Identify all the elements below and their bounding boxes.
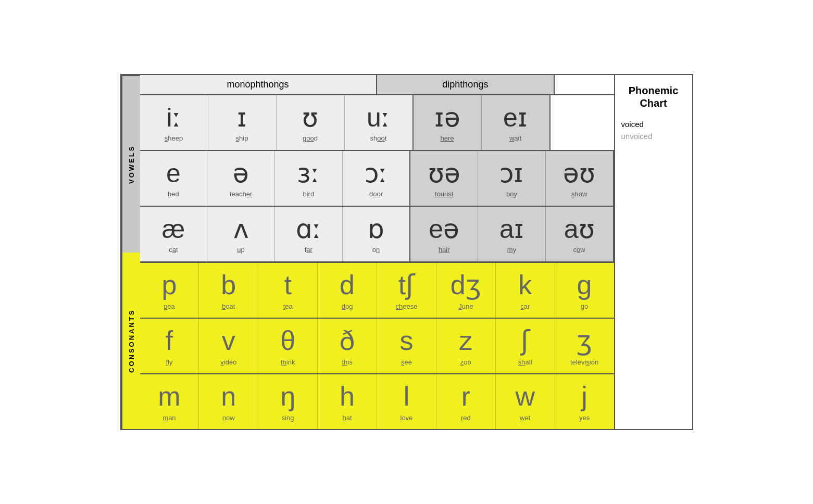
symbol-t: t bbox=[284, 270, 291, 300]
word-cheese: cheese bbox=[395, 303, 417, 310]
symbol-e: e bbox=[166, 159, 181, 188]
word-bed: bed bbox=[168, 190, 179, 198]
symbol-k: k bbox=[518, 270, 532, 300]
symbol-s: s bbox=[399, 326, 413, 356]
cell-tʃ: tʃ cheese bbox=[377, 263, 436, 318]
cell-h: h hat bbox=[318, 374, 377, 429]
word-car: car bbox=[520, 303, 530, 310]
word-shoot: shoot bbox=[370, 134, 387, 142]
word-cow: cow bbox=[573, 246, 585, 254]
cell-m: m man bbox=[140, 374, 199, 429]
cell-b: b boat bbox=[199, 263, 258, 318]
legend-unvoiced: unvoiced bbox=[621, 132, 686, 141]
word-dog: dog bbox=[342, 303, 353, 310]
cell-w: w wet bbox=[496, 374, 555, 429]
symbol-ʒ: ʒ bbox=[577, 326, 592, 356]
cell-z: z zoo bbox=[436, 319, 496, 373]
symbol-p: p bbox=[161, 270, 177, 300]
cell-e: e bed bbox=[140, 151, 208, 206]
word-think: think bbox=[281, 358, 295, 366]
word-good: good bbox=[303, 134, 318, 142]
symbol-dʒ: dʒ bbox=[451, 270, 481, 300]
symbol-uː: uː bbox=[367, 104, 390, 132]
symbol-z: z bbox=[459, 326, 472, 356]
symbol-b: b bbox=[221, 270, 236, 300]
symbol-r: r bbox=[461, 382, 470, 411]
cell-ʃ: ʃ shall bbox=[496, 319, 555, 373]
cell-l: l love bbox=[377, 374, 436, 429]
cell-ʊ: ʊ good bbox=[277, 95, 345, 150]
word-fly: fly bbox=[166, 358, 172, 366]
word-video: video bbox=[220, 358, 236, 366]
cell-s: s see bbox=[377, 319, 436, 373]
consonant-row-1: p pea b boat t tea d dog tʃ cheese dʒ Ju… bbox=[140, 263, 614, 319]
word-shall: shall bbox=[518, 358, 532, 366]
word-boat: boat bbox=[222, 303, 235, 310]
symbol-ɪə: ɪə bbox=[434, 104, 460, 132]
vowel-row-1: iː sheep ɪ ship ʊ good uː shoot ɪə here … bbox=[140, 95, 614, 151]
symbol-j: j bbox=[581, 382, 587, 411]
word-zoo: zoo bbox=[460, 358, 471, 366]
symbol-ʃ: ʃ bbox=[521, 326, 530, 356]
symbol-v: v bbox=[222, 326, 235, 356]
symbol-ɑː: ɑː bbox=[296, 215, 321, 244]
cell-d: d dog bbox=[318, 263, 377, 318]
word-door: door bbox=[369, 190, 383, 198]
symbol-g: g bbox=[577, 270, 592, 300]
vowels-label: VOWELS bbox=[121, 75, 140, 253]
word-tea: tea bbox=[283, 303, 293, 310]
word-sheep: sheep bbox=[165, 134, 183, 142]
symbol-ʊə: ʊə bbox=[428, 159, 460, 188]
symbol-n: n bbox=[221, 382, 236, 411]
cell-j: j yes bbox=[555, 374, 614, 429]
cell-ɔɪ: ɔɪ boy bbox=[478, 151, 546, 206]
word-go: go bbox=[581, 303, 588, 310]
word-here: here bbox=[440, 134, 454, 142]
symbol-l: l bbox=[404, 382, 410, 411]
symbol-ɔɪ: ɔɪ bbox=[499, 159, 523, 188]
word-wait: wait bbox=[509, 134, 521, 142]
symbol-ʊ: ʊ bbox=[302, 104, 318, 132]
word-bird: bird bbox=[303, 190, 314, 198]
word-television: television bbox=[570, 358, 598, 366]
word-teacher: teacher bbox=[230, 190, 252, 198]
symbol-ɒ: ɒ bbox=[368, 215, 384, 244]
symbol-iː: iː bbox=[166, 104, 181, 132]
main-content: monophthongs diphthongs iː sheep ɪ ship … bbox=[140, 75, 614, 429]
legend-voiced: voiced bbox=[621, 120, 686, 129]
word-man: man bbox=[162, 414, 176, 422]
cell-eə: eə hair bbox=[410, 207, 478, 261]
word-hair: hair bbox=[439, 246, 450, 254]
symbol-əʊ: əʊ bbox=[563, 159, 595, 188]
cell-əʊ: əʊ show bbox=[546, 151, 614, 206]
cell-ð: ð this bbox=[318, 319, 377, 373]
word-hat: hat bbox=[343, 414, 352, 422]
cell-ɒ: ɒ on bbox=[343, 207, 411, 261]
cell-t: t tea bbox=[258, 263, 318, 318]
cell-ʒ: ʒ television bbox=[555, 319, 614, 373]
left-labels: VOWELS CONSONANTS bbox=[121, 75, 140, 429]
symbol-ŋ: ŋ bbox=[280, 382, 295, 411]
word-on: on bbox=[372, 246, 380, 254]
symbol-ɔː: ɔː bbox=[365, 159, 387, 188]
symbol-aɪ: aɪ bbox=[499, 215, 524, 244]
header-row: monophthongs diphthongs bbox=[140, 75, 614, 95]
word-yes: yes bbox=[579, 414, 590, 422]
cell-uː: uː shoot bbox=[345, 95, 414, 150]
cell-aʊ: aʊ cow bbox=[546, 207, 614, 261]
cell-ʊə: ʊə tourist bbox=[410, 151, 478, 206]
word-cat: cat bbox=[169, 246, 178, 254]
cell-dʒ: dʒ June bbox=[436, 263, 496, 318]
consonants-label: CONSONANTS bbox=[121, 253, 140, 429]
word-now: now bbox=[222, 414, 235, 422]
symbol-eɪ: eɪ bbox=[503, 104, 528, 132]
diphthongs-header: diphthongs bbox=[377, 75, 555, 94]
cell-iː: iː sheep bbox=[140, 95, 208, 150]
symbol-θ: θ bbox=[280, 326, 295, 356]
monophthongs-header: monophthongs bbox=[140, 75, 377, 94]
symbol-ð: ð bbox=[340, 326, 355, 356]
word-far: far bbox=[305, 246, 312, 254]
cell-ɑː: ɑː far bbox=[275, 207, 343, 261]
word-show: show bbox=[571, 190, 587, 198]
chart-title: Phonemic Chart bbox=[621, 84, 686, 109]
